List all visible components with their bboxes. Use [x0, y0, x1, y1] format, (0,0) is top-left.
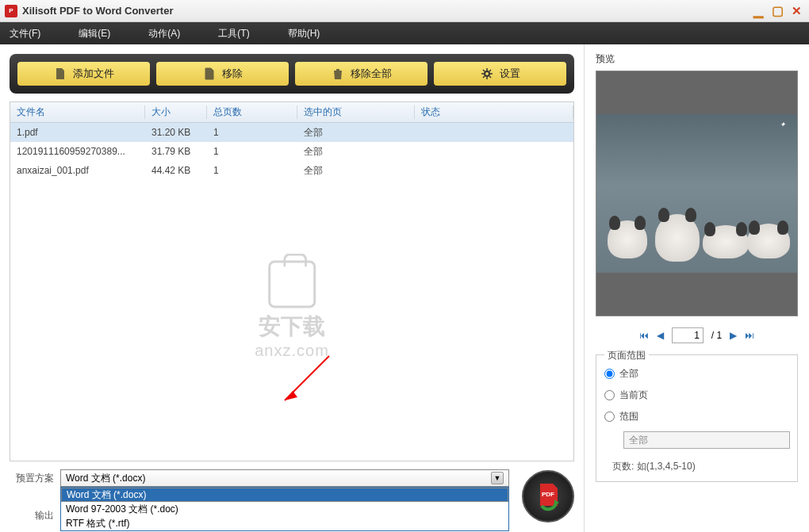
- trash-icon: [332, 67, 344, 80]
- page-first-icon[interactable]: ⏮: [639, 330, 649, 341]
- settings-button[interactable]: 设置: [434, 62, 566, 86]
- remove-file-icon: [203, 67, 216, 80]
- preset-dropdown: Word 文档 (*.docx)Word 97-2003 文档 (*.doc)R…: [60, 487, 509, 531]
- output-label: 输出: [10, 509, 54, 522]
- image-signature: ✦: [780, 121, 786, 128]
- svg-text:PDF: PDF: [542, 491, 554, 498]
- menu-edit[interactable]: 编辑(E): [79, 27, 110, 40]
- cell: 1: [207, 146, 297, 157]
- remove-label: 移除: [222, 67, 243, 81]
- settings-label: 设置: [500, 67, 520, 81]
- gear-icon: [481, 67, 493, 80]
- app-logo-icon: P: [5, 5, 17, 17]
- add-file-icon: [54, 67, 67, 80]
- cell: 44.42 KB: [145, 165, 207, 176]
- watermark: 安下载 anxz.com: [255, 261, 329, 360]
- chevron-down-icon: ▼: [491, 472, 504, 484]
- menu-action[interactable]: 动作(A): [148, 27, 180, 40]
- maximize-button[interactable]: ▢: [769, 4, 785, 18]
- watermark-cn: 安下载: [255, 312, 329, 342]
- annotation-arrow-icon: [274, 348, 337, 411]
- preset-label: 预置方案: [10, 472, 54, 485]
- cell: 全部: [297, 164, 415, 178]
- range-input[interactable]: 全部: [623, 431, 790, 449]
- range-input-value: 全部: [629, 434, 648, 447]
- cell: 1.pdf: [10, 127, 145, 138]
- page-prev-icon[interactable]: ◀: [657, 330, 664, 341]
- page-range-fieldset: 页面范围 全部 当前页 范围 全部 页数: 如(1,3,4,5-10): [596, 354, 798, 482]
- remove-all-button[interactable]: 移除全部: [295, 62, 428, 86]
- preset-option[interactable]: Word 97-2003 文档 (*.doc): [61, 502, 508, 516]
- bag-icon: [268, 261, 316, 308]
- table-row[interactable]: 1.pdf31.20 KB1全部: [10, 123, 573, 142]
- pager: ⏮ ◀ / 1 ▶ ⏭: [596, 327, 798, 343]
- table-row[interactable]: anxaizai_001.pdf44.42 KB1全部: [10, 161, 573, 180]
- menu-file[interactable]: 文件(F): [10, 27, 40, 40]
- file-table: 文件名 大小 总页数 选中的页 状态 1.pdf31.20 KB1全部12019…: [10, 101, 574, 461]
- svg-marker-2: [285, 391, 297, 400]
- th-totalpages[interactable]: 总页数: [207, 105, 297, 119]
- range-all-label: 全部: [619, 367, 638, 381]
- add-file-label: 添加文件: [73, 67, 114, 81]
- th-size[interactable]: 大小: [145, 105, 207, 119]
- table-row[interactable]: 1201911160959270389...31.79 KB1全部: [10, 142, 573, 161]
- cell: 全部: [297, 145, 415, 159]
- menubar: 文件(F) 编辑(E) 动作(A) 工具(T) 帮助(H): [0, 22, 809, 44]
- menu-tool[interactable]: 工具(T): [218, 27, 249, 40]
- toolbar: 添加文件 移除 移除全部 设置: [10, 54, 574, 94]
- cell: anxaizai_001.pdf: [10, 165, 145, 176]
- preview-title: 预览: [596, 52, 798, 66]
- range-current-label: 当前页: [619, 388, 648, 402]
- watermark-en: anxz.com: [255, 342, 329, 360]
- add-file-button[interactable]: 添加文件: [17, 62, 150, 86]
- preset-option[interactable]: Word 文档 (*.docx): [61, 488, 508, 502]
- cell: 31.20 KB: [145, 127, 207, 138]
- page-next-icon[interactable]: ▶: [730, 330, 737, 341]
- svg-point-0: [485, 71, 489, 76]
- preset-value: Word 文档 (*.docx): [66, 472, 145, 485]
- titlebar: P Xilisoft PDF to Word Converter ▁ ▢ ✕: [0, 0, 809, 22]
- cell: 全部: [297, 126, 415, 140]
- preview-image: ✦: [596, 114, 797, 273]
- th-status[interactable]: 状态: [415, 105, 573, 119]
- window-title: Xilisoft PDF to Word Converter: [22, 5, 750, 17]
- cell: 1: [207, 127, 297, 138]
- pdf-convert-icon: PDF: [531, 479, 566, 514]
- window-controls: ▁ ▢ ✕: [750, 4, 804, 18]
- svg-line-1: [285, 356, 329, 400]
- range-hint: 页数: 如(1,3,4,5-10): [612, 460, 789, 473]
- cell: 1: [207, 165, 297, 176]
- remove-button[interactable]: 移除: [156, 62, 289, 86]
- th-selectedpages[interactable]: 选中的页: [297, 105, 415, 119]
- page-last-icon[interactable]: ⏭: [745, 330, 754, 341]
- preset-option[interactable]: RTF 格式 (*.rtf): [61, 516, 508, 530]
- cell: 31.79 KB: [145, 146, 207, 157]
- close-button[interactable]: ✕: [788, 4, 804, 18]
- range-current-radio[interactable]: [604, 390, 615, 400]
- preview-pane: ✦: [596, 71, 798, 316]
- minimize-button[interactable]: ▁: [750, 4, 766, 18]
- range-range-radio[interactable]: [604, 411, 615, 422]
- range-range-label: 范围: [619, 410, 638, 423]
- convert-button[interactable]: PDF: [522, 470, 574, 522]
- th-filename[interactable]: 文件名: [10, 105, 145, 119]
- page-range-legend: 页面范围: [604, 349, 649, 362]
- menu-help[interactable]: 帮助(H): [288, 27, 320, 40]
- range-all-radio[interactable]: [604, 369, 615, 379]
- remove-all-label: 移除全部: [351, 67, 392, 81]
- cell: 1201911160959270389...: [10, 146, 145, 157]
- page-total: / 1: [711, 330, 722, 341]
- page-input[interactable]: [672, 327, 704, 343]
- preset-select[interactable]: Word 文档 (*.docx) ▼ Word 文档 (*.docx)Word …: [60, 469, 509, 487]
